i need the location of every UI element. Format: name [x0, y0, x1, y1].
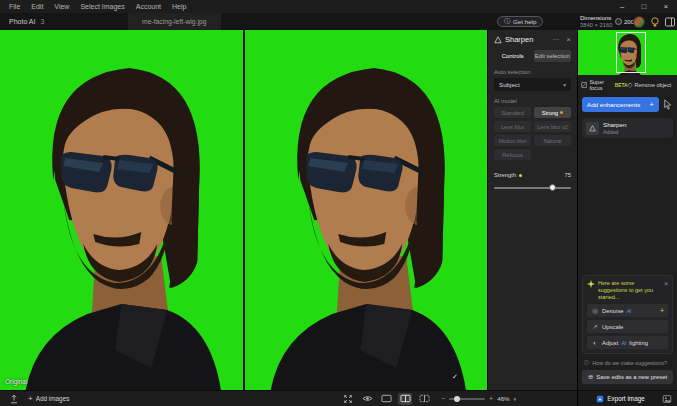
applied-check-icon: ✓ — [452, 373, 458, 381]
export-bar: Export image — [577, 390, 677, 406]
sort-images-icon[interactable] — [9, 394, 19, 404]
dimensions: Dimensions 3840 × 2160 — [580, 15, 612, 29]
ai-badge: AI — [627, 308, 632, 314]
fit-screen-icon[interactable] — [341, 393, 355, 405]
model-strong[interactable]: Strong — [534, 107, 571, 118]
super-focus-button[interactable]: Super focus BETA — [581, 79, 628, 91]
suggestion-adjust-lighting[interactable]: ◐ Adjust AI lighting — [587, 336, 668, 349]
chevron-down-icon: ▾ — [563, 82, 566, 88]
toggle-panel-icon[interactable] — [664, 16, 676, 28]
zoom-in-icon[interactable]: + — [489, 395, 493, 402]
menu-select-images[interactable]: Select Images — [80, 3, 124, 10]
tab-edit-selection[interactable]: Edit selection — [534, 50, 572, 62]
suggestions-close-icon[interactable]: × — [664, 280, 668, 301]
plus-icon: + — [28, 394, 33, 403]
subject-select[interactable]: Subject ▾ — [494, 78, 571, 91]
model-refocus[interactable]: Refocus — [494, 149, 531, 160]
menu-bar: File Edit View Select Images Account Hel… — [0, 0, 677, 13]
how-suggestions-link[interactable]: ⓘ How do we make suggestions? — [584, 359, 671, 366]
suggestion-denoise[interactable]: ◎ Denoise AI + — [587, 304, 668, 317]
cursor-tool-icon[interactable] — [662, 99, 673, 110]
single-view-icon[interactable] — [379, 393, 393, 405]
export-settings-icon[interactable] — [662, 394, 672, 404]
dimensions-value: 3840 × 2160 — [580, 22, 612, 29]
add-images-button[interactable]: + Add images — [28, 394, 69, 403]
bottom-bar: + Add images — [0, 390, 577, 406]
lighting-icon: ◐ — [591, 339, 599, 346]
navigator-crop-box[interactable] — [616, 32, 646, 73]
zoom-slider-handle[interactable] — [454, 396, 460, 402]
strength-value: 75 — [564, 172, 571, 178]
preview-eye-icon[interactable] — [360, 393, 374, 405]
sharpen-panel-title: Sharpen — [505, 35, 549, 44]
credits-counter[interactable]: 200 — [615, 18, 634, 25]
slider-handle[interactable] — [549, 184, 556, 191]
image-canvas[interactable] — [0, 30, 487, 390]
menu-account[interactable]: Account — [136, 3, 161, 10]
enhancement-name: Sharpen — [603, 121, 626, 128]
enhancement-card-sharpen[interactable]: Sharpen Added — [582, 118, 673, 138]
save-preset-button[interactable]: ⊕ Save edits as a new preset — [582, 370, 673, 384]
close-panel-icon[interactable]: × — [566, 35, 571, 44]
split-view-icon[interactable] — [398, 393, 412, 405]
navigator-thumbnail[interactable] — [578, 30, 677, 75]
minimize-button[interactable]: – — [611, 2, 633, 11]
dimensions-label: Dimensions — [580, 15, 612, 22]
beta-badge: BETA — [615, 83, 628, 88]
add-enhancements-button[interactable]: Add enhancements + — [582, 97, 659, 112]
super-focus-icon — [581, 81, 587, 89]
strength-label: Strength — [494, 172, 516, 178]
maximize-button[interactable]: □ — [633, 2, 655, 11]
auto-selection-label: Auto selection — [494, 69, 571, 75]
more-menu-icon[interactable]: ⋯ — [552, 36, 559, 44]
ai-model-label: AI model — [494, 98, 571, 104]
app-window: File Edit View Select Images Account Hel… — [0, 0, 677, 406]
zoom-level[interactable]: 46% — [497, 395, 509, 402]
model-lens-blur[interactable]: Lens blur — [494, 121, 531, 132]
zoom-chevron-icon[interactable]: ▾ — [514, 396, 517, 402]
preset-icon: ⊕ — [588, 373, 593, 381]
original-label: Original — [5, 378, 27, 385]
suggestions-header-text: Here are some suggestions to get you sta… — [598, 280, 661, 301]
remove-object-button[interactable]: ◇ Remove object — [628, 81, 675, 89]
get-help-button[interactable]: ⓘ Get help — [497, 16, 543, 27]
add-denoise-icon[interactable]: + — [660, 307, 664, 314]
enhanced-image[interactable] — [245, 30, 488, 390]
suggestions-box: Here are some suggestions to get you sta… — [582, 275, 673, 354]
denoise-icon: ◎ — [591, 307, 599, 315]
export-icon — [596, 395, 604, 403]
suggestion-upscale[interactable]: ↗ Upscale — [587, 320, 668, 333]
sharpen-card-icon — [589, 125, 596, 132]
menu-help[interactable]: Help — [172, 3, 186, 10]
menu-view[interactable]: View — [54, 3, 69, 10]
zoom-out-icon[interactable]: − — [441, 395, 445, 402]
avatar[interactable] — [633, 16, 645, 28]
export-image-button[interactable]: Export image — [583, 395, 658, 403]
strength-slider[interactable] — [494, 184, 571, 192]
file-tab[interactable]: me-facing-left-wig.jpg — [128, 13, 221, 30]
side-by-side-view-icon[interactable] — [417, 393, 431, 405]
app-version: 3 — [40, 18, 44, 25]
zoom-slider[interactable] — [449, 398, 485, 400]
help-icon: ⓘ — [504, 17, 510, 26]
close-button[interactable]: × — [655, 2, 677, 11]
model-lens-blur-v2[interactable]: Lens blur v2 — [534, 121, 571, 132]
upscale-icon: ↗ — [591, 323, 599, 331]
strength-modified-dot — [519, 174, 522, 177]
model-natural[interactable]: Natural — [534, 135, 571, 146]
tips-lightbulb-icon[interactable] — [649, 16, 661, 28]
original-image[interactable] — [0, 30, 243, 390]
slider-track[interactable] — [494, 187, 571, 189]
menu-edit[interactable]: Edit — [31, 3, 43, 10]
enhancement-subtitle: Added — [603, 129, 626, 135]
info-icon: ⓘ — [584, 359, 589, 366]
model-motion-blur[interactable]: Motion blur — [494, 135, 531, 146]
menu-file[interactable]: File — [9, 3, 20, 10]
right-rail: Super focus BETA ◇ Remove object Add enh… — [577, 30, 677, 390]
app-title: Photo AI3 — [9, 18, 44, 25]
title-bar: Photo AI3 me-facing-left-wig.jpg ⓘ Get h… — [0, 13, 677, 30]
model-standard[interactable]: Standard — [494, 107, 531, 118]
subject-select-value: Subject — [499, 81, 563, 88]
tab-controls[interactable]: Controls — [494, 50, 532, 62]
plus-icon: + — [650, 100, 654, 109]
